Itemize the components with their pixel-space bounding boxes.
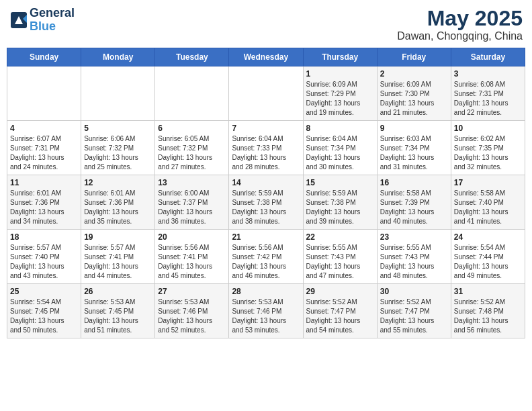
day-cell: 25Sunrise: 5:54 AM Sunset: 7:45 PM Dayli… <box>7 284 81 338</box>
day-info: Sunrise: 5:54 AM Sunset: 7:44 PM Dayligh… <box>454 243 522 281</box>
day-info: Sunrise: 6:01 AM Sunset: 7:36 PM Dayligh… <box>10 189 78 226</box>
day-info: Sunrise: 5:53 AM Sunset: 7:46 PM Dayligh… <box>232 298 300 335</box>
weekday-header-thursday: Thursday <box>303 48 377 66</box>
day-number: 6 <box>158 124 226 133</box>
day-number: 28 <box>232 287 300 296</box>
day-number: 12 <box>84 178 152 187</box>
day-cell: 27Sunrise: 5:53 AM Sunset: 7:46 PM Dayli… <box>155 284 229 338</box>
day-number: 17 <box>454 178 522 187</box>
day-number: 15 <box>306 178 374 187</box>
day-info: Sunrise: 5:59 AM Sunset: 7:38 PM Dayligh… <box>232 189 300 226</box>
day-info: Sunrise: 6:04 AM Sunset: 7:33 PM Dayligh… <box>232 134 300 172</box>
day-cell: 7Sunrise: 6:04 AM Sunset: 7:33 PM Daylig… <box>229 121 303 175</box>
weekday-header-saturday: Saturday <box>451 48 525 66</box>
day-cell: 13Sunrise: 6:00 AM Sunset: 7:37 PM Dayli… <box>155 175 229 230</box>
day-info: Sunrise: 6:03 AM Sunset: 7:34 PM Dayligh… <box>380 134 448 172</box>
day-info: Sunrise: 5:52 AM Sunset: 7:48 PM Dayligh… <box>454 298 522 335</box>
day-cell: 30Sunrise: 5:52 AM Sunset: 7:47 PM Dayli… <box>377 284 451 338</box>
day-info: Sunrise: 6:00 AM Sunset: 7:37 PM Dayligh… <box>158 189 226 226</box>
day-info: Sunrise: 5:56 AM Sunset: 7:41 PM Dayligh… <box>158 243 226 281</box>
logo-text: General Blue <box>30 7 75 34</box>
day-cell: 5Sunrise: 6:06 AM Sunset: 7:32 PM Daylig… <box>81 121 155 175</box>
day-info: Sunrise: 6:06 AM Sunset: 7:32 PM Dayligh… <box>84 134 152 172</box>
day-number: 8 <box>306 124 374 133</box>
location: Dawan, Chongqing, China <box>397 30 523 42</box>
day-cell: 15Sunrise: 5:59 AM Sunset: 7:38 PM Dayli… <box>303 175 377 230</box>
weekday-header-wednesday: Wednesday <box>229 48 303 66</box>
day-info: Sunrise: 5:53 AM Sunset: 7:45 PM Dayligh… <box>84 298 152 335</box>
day-cell: 2Sunrise: 6:09 AM Sunset: 7:30 PM Daylig… <box>377 66 451 121</box>
week-row-1: 1Sunrise: 6:09 AM Sunset: 7:29 PM Daylig… <box>7 66 525 121</box>
day-number: 27 <box>158 287 226 296</box>
day-number: 7 <box>232 124 300 133</box>
day-number: 26 <box>84 287 152 296</box>
day-number: 29 <box>306 287 374 296</box>
day-number: 1 <box>306 69 374 79</box>
day-info: Sunrise: 6:09 AM Sunset: 7:29 PM Dayligh… <box>306 80 374 118</box>
day-cell: 10Sunrise: 6:02 AM Sunset: 7:35 PM Dayli… <box>451 121 525 175</box>
day-cell: 12Sunrise: 6:01 AM Sunset: 7:36 PM Dayli… <box>81 175 155 230</box>
day-info: Sunrise: 5:58 AM Sunset: 7:39 PM Dayligh… <box>380 189 448 226</box>
day-number: 13 <box>158 178 226 187</box>
day-info: Sunrise: 6:08 AM Sunset: 7:31 PM Dayligh… <box>454 80 522 118</box>
day-cell: 6Sunrise: 6:05 AM Sunset: 7:32 PM Daylig… <box>155 121 229 175</box>
day-cell: 4Sunrise: 6:07 AM Sunset: 7:31 PM Daylig… <box>7 121 81 175</box>
weekday-header-monday: Monday <box>81 48 155 66</box>
day-cell <box>229 66 303 121</box>
day-number: 3 <box>454 69 522 79</box>
day-cell: 3Sunrise: 6:08 AM Sunset: 7:31 PM Daylig… <box>451 66 525 121</box>
day-number: 11 <box>10 178 78 187</box>
day-number: 24 <box>454 232 522 242</box>
day-info: Sunrise: 5:56 AM Sunset: 7:42 PM Dayligh… <box>232 243 300 281</box>
day-info: Sunrise: 5:52 AM Sunset: 7:47 PM Dayligh… <box>380 298 448 335</box>
page-header: General Blue May 2025 Dawan, Chongqing, … <box>7 7 525 42</box>
day-info: Sunrise: 5:55 AM Sunset: 7:43 PM Dayligh… <box>380 243 448 281</box>
day-cell: 20Sunrise: 5:56 AM Sunset: 7:41 PM Dayli… <box>155 230 229 284</box>
day-info: Sunrise: 5:53 AM Sunset: 7:46 PM Dayligh… <box>158 298 226 335</box>
day-number: 21 <box>232 232 300 242</box>
day-number: 25 <box>10 287 78 296</box>
day-info: Sunrise: 5:58 AM Sunset: 7:40 PM Dayligh… <box>454 189 522 226</box>
day-number: 2 <box>380 69 448 79</box>
weekday-header-tuesday: Tuesday <box>155 48 229 66</box>
day-cell: 29Sunrise: 5:52 AM Sunset: 7:47 PM Dayli… <box>303 284 377 338</box>
week-row-2: 4Sunrise: 6:07 AM Sunset: 7:31 PM Daylig… <box>7 121 525 175</box>
day-number: 9 <box>380 124 448 133</box>
day-info: Sunrise: 5:55 AM Sunset: 7:43 PM Dayligh… <box>306 243 374 281</box>
day-cell <box>81 66 155 121</box>
day-cell: 31Sunrise: 5:52 AM Sunset: 7:48 PM Dayli… <box>451 284 525 338</box>
day-number: 18 <box>10 232 78 242</box>
day-info: Sunrise: 6:04 AM Sunset: 7:34 PM Dayligh… <box>306 134 374 172</box>
week-row-5: 25Sunrise: 5:54 AM Sunset: 7:45 PM Dayli… <box>7 284 525 338</box>
week-row-4: 18Sunrise: 5:57 AM Sunset: 7:40 PM Dayli… <box>7 230 525 284</box>
day-info: Sunrise: 5:52 AM Sunset: 7:47 PM Dayligh… <box>306 298 374 335</box>
day-info: Sunrise: 5:57 AM Sunset: 7:41 PM Dayligh… <box>84 243 152 281</box>
day-cell <box>7 66 81 121</box>
day-cell: 24Sunrise: 5:54 AM Sunset: 7:44 PM Dayli… <box>451 230 525 284</box>
day-info: Sunrise: 5:59 AM Sunset: 7:38 PM Dayligh… <box>306 189 374 226</box>
day-cell: 14Sunrise: 5:59 AM Sunset: 7:38 PM Dayli… <box>229 175 303 230</box>
day-number: 4 <box>10 124 78 133</box>
day-number: 31 <box>454 287 522 296</box>
logo: General Blue <box>9 7 75 34</box>
day-cell: 8Sunrise: 6:04 AM Sunset: 7:34 PM Daylig… <box>303 121 377 175</box>
title-block: May 2025 Dawan, Chongqing, China <box>397 7 523 42</box>
day-info: Sunrise: 6:09 AM Sunset: 7:30 PM Dayligh… <box>380 80 448 118</box>
day-number: 14 <box>232 178 300 187</box>
week-row-3: 11Sunrise: 6:01 AM Sunset: 7:36 PM Dayli… <box>7 175 525 230</box>
day-info: Sunrise: 6:05 AM Sunset: 7:32 PM Dayligh… <box>158 134 226 172</box>
day-cell: 17Sunrise: 5:58 AM Sunset: 7:40 PM Dayli… <box>451 175 525 230</box>
weekday-header-friday: Friday <box>377 48 451 66</box>
day-cell: 21Sunrise: 5:56 AM Sunset: 7:42 PM Dayli… <box>229 230 303 284</box>
weekday-header-sunday: Sunday <box>7 48 81 66</box>
day-number: 22 <box>306 232 374 242</box>
day-cell: 1Sunrise: 6:09 AM Sunset: 7:29 PM Daylig… <box>303 66 377 121</box>
day-number: 10 <box>454 124 522 133</box>
day-info: Sunrise: 5:57 AM Sunset: 7:40 PM Dayligh… <box>10 243 78 281</box>
day-number: 16 <box>380 178 448 187</box>
day-cell: 28Sunrise: 5:53 AM Sunset: 7:46 PM Dayli… <box>229 284 303 338</box>
day-cell: 18Sunrise: 5:57 AM Sunset: 7:40 PM Dayli… <box>7 230 81 284</box>
day-number: 30 <box>380 287 448 296</box>
day-cell: 16Sunrise: 5:58 AM Sunset: 7:39 PM Dayli… <box>377 175 451 230</box>
calendar-body: 1Sunrise: 6:09 AM Sunset: 7:29 PM Daylig… <box>7 66 525 338</box>
